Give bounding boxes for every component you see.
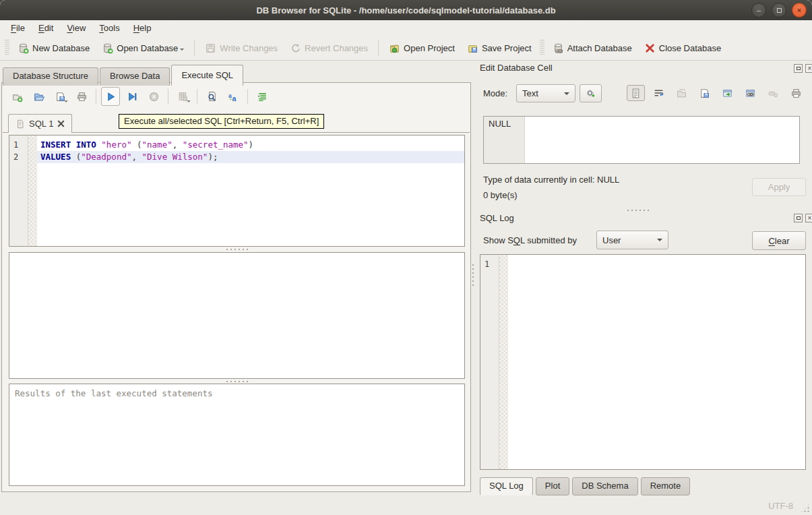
print-sql-button[interactable] [72,87,91,106]
open-project-button[interactable]: Open Project [383,39,461,57]
open-file-icon [33,91,44,102]
close-dock-icon[interactable]: × [805,214,812,222]
stop-execution-button[interactable] [144,87,163,106]
format-sql-button[interactable] [253,87,272,106]
window-title: DB Browser for SQLite - /home/user/code/… [256,5,555,16]
titlebar[interactable]: DB Browser for SQLite - /home/user/code/… [0,0,812,20]
copy-link-button[interactable] [741,85,759,101]
open-database-button[interactable]: Open Database [96,39,190,57]
execute-line-icon [127,91,138,102]
sql1-tab-label: SQL 1 [29,119,53,129]
save-sql-file-button[interactable] [51,87,69,106]
sql-code-line[interactable]: VALUES ("Deadpond", "Dive Wilson"); [37,151,464,163]
set-null-icon [768,88,779,99]
close-tab-icon[interactable] [57,120,65,127]
window-controls: – × [751,3,807,18]
results-grid[interactable] [9,252,465,379]
menu-tools[interactable]: Tools [92,22,126,34]
sql-log-content[interactable] [508,255,805,469]
print-icon [790,88,802,99]
write-changes-icon [205,42,216,54]
results-messages[interactable]: Results of the last executed statements [9,384,465,486]
set-null-button[interactable] [764,85,782,101]
editor-results-splitter[interactable] [224,248,249,251]
revert-changes-button[interactable]: Revert Changes [284,39,374,57]
save-project-button[interactable]: Save Project [461,39,538,57]
auto-completion-icon: aa [228,91,239,102]
new-database-button[interactable]: New Database [11,39,96,57]
write-changes-button[interactable]: Write Changes [199,39,284,57]
sql-document-icon [15,119,25,129]
toolbar-drag-handle[interactable] [540,40,544,56]
sql-editor-code[interactable]: INSERT INTO "hero" ("name", "secret_name… [37,135,464,246]
sql-toolbar-separator [197,89,197,104]
float-dock-icon[interactable] [794,64,803,73]
cell-type-label: Type of data currently in cell: NULL [483,175,619,185]
sql-log-filter-select[interactable]: User [596,231,668,249]
cell-settings-button[interactable] [580,84,602,102]
menu-help[interactable]: Help [127,22,158,34]
new-sql-tab-button[interactable] [7,87,26,106]
sql-log-title: SQL Log [480,213,514,223]
execute-all-button[interactable] [101,87,120,106]
maximize-icon[interactable] [772,3,786,18]
menu-view[interactable]: View [60,22,92,34]
cell-value: NULL [484,117,525,163]
text-mode-button[interactable] [627,85,645,101]
close-dock-icon[interactable]: × [805,64,812,73]
open-in-external-app-button[interactable] [718,85,737,101]
tab-plot[interactable]: Plot [536,477,569,495]
link-icon [745,88,756,99]
toolbar-separator [194,40,195,56]
import-cell-data-button[interactable] [673,85,691,101]
save-results-button[interactable] [173,87,192,106]
word-wrap-button[interactable] [650,85,668,101]
sql-code-line[interactable]: INSERT INTO "hero" ("name", "secret_name… [37,139,464,151]
execute-current-line-button[interactable] [123,87,142,106]
save-results-dropdown-icon[interactable] [187,100,191,104]
attach-database-button[interactable]: Attach Database [546,39,638,57]
export-cell-data-button[interactable] [695,85,714,101]
sql-editor-gutter: 12 [9,135,28,246]
close-database-button[interactable]: Close Database [638,39,728,57]
open-sql-file-button[interactable] [29,87,48,106]
save-cell-icon [699,88,710,99]
menu-file[interactable]: File [4,22,32,34]
tab-sql-log[interactable]: SQL Log [480,477,533,495]
apply-button[interactable]: Apply [752,178,806,196]
sql-log-editor[interactable]: 1 [480,254,806,470]
sql-editor[interactable]: 12 INSERT INTO "hero" ("name", "secret_n… [9,135,465,247]
tab-execute-sql[interactable]: Execute SQL [171,65,243,86]
clear-log-button[interactable]: Clear [752,231,806,250]
tab-remote[interactable]: Remote [641,477,691,495]
dock-splitter[interactable] [625,209,650,212]
tab-browse-data[interactable]: Browse Data [100,67,170,86]
menu-edit[interactable]: Edit [32,22,60,34]
text-document-icon [630,88,642,99]
minimize-icon[interactable]: – [751,3,766,18]
toolbar-drag-handle[interactable] [5,40,9,56]
sql-toolbar-separator [168,89,168,104]
tab-database-structure[interactable]: Database Structure [3,67,98,86]
cell-editor[interactable]: NULL [483,116,800,164]
close-icon[interactable]: × [792,3,807,18]
main-toolbar: New Database Open Database Write Changes… [0,36,812,61]
float-dock-icon[interactable] [794,214,803,222]
mode-select[interactable]: Text [516,84,575,102]
auto-completion-button[interactable]: aa [224,87,243,106]
edit-cell-dock-buttons: × [794,64,812,73]
chevron-down-icon [564,92,569,98]
find-button[interactable] [202,87,221,106]
sql1-tab[interactable]: SQL 1 [8,114,72,133]
print-cell-button[interactable] [787,85,805,101]
app-window: DB Browser for SQLite - /home/user/code/… [0,0,812,515]
results-messages-splitter[interactable] [224,380,249,383]
menu-bar: File Edit View Tools Help [0,20,812,36]
show-sql-label: Show SQL submitted by [483,235,577,245]
main-splitter[interactable] [472,263,474,286]
cell-editor-text[interactable] [525,117,799,163]
save-project-icon [467,42,478,54]
save-file-dropdown-icon[interactable] [64,100,68,104]
open-database-dropdown-icon[interactable] [180,49,184,53]
tab-db-schema[interactable]: DB Schema [572,477,637,495]
